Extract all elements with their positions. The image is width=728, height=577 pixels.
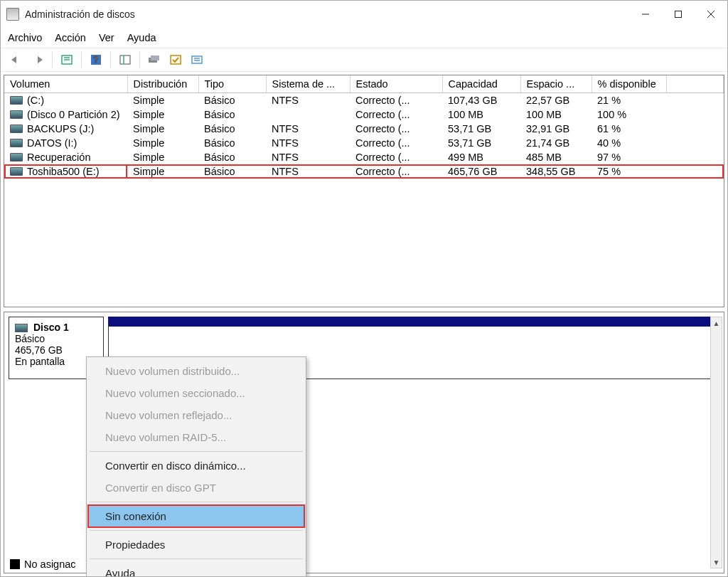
disk-context-menu: Nuevo volumen distribuido... Nuevo volum… [86,356,306,577]
maximize-button[interactable] [662,1,695,28]
window-title: Administración de discos [25,9,135,20]
cell-free: 485 MB [520,150,592,164]
cell-cap: 100 MB [442,107,520,122]
cell-name: Recuperación [4,150,127,164]
toolbar-separator [81,52,82,68]
col-volume[interactable]: Volumen [4,75,127,93]
volume-icon [10,96,23,105]
table-row[interactable]: BACKUPS (J:)SimpleBásicoNTFSCorrecto (..… [4,122,724,136]
app-icon [6,8,19,21]
table-row[interactable]: (Disco 0 Partición 2)SimpleBásicoCorrect… [4,107,724,122]
menu-bar: Archivo Acción Ver Ayuda [1,28,727,48]
cell-pct: 40 % [592,136,666,150]
cell-cap: 499 MB [442,150,520,164]
cm-separator [90,559,303,559]
volumes-table[interactable]: Volumen Distribución Tipo Sistema de ...… [4,75,724,179]
cm-new-striped[interactable]: Nuevo volumen seccionado... [88,382,304,404]
col-type[interactable]: Tipo [198,75,266,93]
cell-fs: NTFS [266,136,350,150]
volume-icon [10,153,23,162]
cell-type: Básico [198,122,266,136]
menu-file[interactable]: Archivo [8,32,42,43]
list-button[interactable] [144,51,164,69]
cell-fs: NTFS [266,150,350,164]
help-button[interactable]: ? [86,51,106,69]
cell-name: DATOS (I:) [4,136,127,150]
col-status[interactable]: Estado [350,75,442,93]
volume-icon [10,125,23,133]
minimize-button[interactable] [629,1,662,28]
cm-help[interactable]: Ayuda [88,562,304,577]
window-controls [629,1,727,28]
forward-button[interactable] [28,51,48,69]
cell-layout: Simple [127,136,198,150]
table-row[interactable]: Toshiba500 (E:)SimpleBásicoNTFSCorrecto … [4,164,724,179]
svg-rect-11 [192,56,202,63]
cell-type: Básico [198,164,266,179]
cell-fs: NTFS [266,93,350,108]
cell-name: (C:) [4,93,127,107]
close-button[interactable] [695,1,727,28]
cell-name: BACKUPS (J:) [4,122,127,136]
props-button[interactable] [187,51,207,69]
volumes-pane: Volumen Distribución Tipo Sistema de ...… [4,75,724,307]
cell-free: 100 MB [520,107,592,122]
table-row[interactable]: (C:)SimpleBásicoNTFSCorrecto (...107,43 … [4,93,724,108]
scroll-down-icon[interactable]: ▼ [711,556,722,568]
cell-pct: 21 % [592,93,666,108]
cell-cap: 53,71 GB [442,136,520,150]
cell-status: Correcto (... [350,107,442,122]
cm-separator [90,502,303,502]
menu-help[interactable]: Ayuda [127,32,156,43]
scroll-up-icon[interactable]: ▲ [711,317,722,329]
cell-pct: 100 % [592,107,666,122]
table-row[interactable]: RecuperaciónSimpleBásicoNTFSCorrecto (..… [4,150,724,164]
svg-rect-10 [171,55,181,64]
svg-rect-1 [675,11,682,18]
cm-new-raid5[interactable]: Nuevo volumen RAID-5... [88,426,304,448]
cell-cap: 465,76 GB [442,164,520,179]
settings-button[interactable] [115,51,135,69]
col-free[interactable]: Espacio ... [520,75,592,93]
cell-cap: 53,71 GB [442,122,520,136]
cell-status: Correcto (... [350,136,442,150]
col-filesystem[interactable]: Sistema de ... [266,75,350,93]
cm-separator [90,530,303,531]
toolbar-separator [139,52,140,68]
col-percent[interactable]: % disponible [592,75,666,93]
cell-fs: NTFS [266,122,350,136]
cell-name: (Disco 0 Partición 2) [4,107,127,122]
table-row[interactable]: DATOS (I:)SimpleBásicoNTFSCorrecto (...5… [4,136,724,150]
col-spacer [666,75,724,93]
col-layout[interactable]: Distribución [127,75,198,93]
cell-status: Correcto (... [350,122,442,136]
cm-convert-dynamic[interactable]: Convertir en disco dinámico... [88,455,304,477]
cm-new-spanned[interactable]: Nuevo volumen distribuido... [88,360,304,382]
check-button[interactable] [166,51,186,69]
volume-icon [10,167,23,176]
disk-type: Básico [15,333,97,344]
cell-free: 21,74 GB [520,136,592,150]
back-button[interactable] [6,51,26,69]
cell-type: Básico [198,93,266,108]
col-capacity[interactable]: Capacidad [442,75,520,93]
cm-properties[interactable]: Propiedades [88,534,304,556]
disk-size: 465,76 GB [15,344,97,356]
cell-pct: 75 % [592,164,666,179]
cm-convert-gpt[interactable]: Convertir en disco GPT [88,477,304,499]
vertical-scrollbar[interactable]: ▲ ▼ [710,317,722,568]
cell-layout: Simple [127,122,198,136]
menu-view[interactable]: Ver [99,32,114,43]
disk-status: En pantalla [15,356,97,367]
cell-free: 32,91 GB [520,122,592,136]
disk-name: Disco 1 [33,322,69,333]
menu-action[interactable]: Acción [55,32,86,43]
cm-offline[interactable]: Sin conexión [88,505,304,527]
disk-icon [15,324,28,332]
cm-new-mirrored[interactable]: Nuevo volumen reflejado... [88,404,304,426]
refresh-button[interactable] [57,51,77,69]
cell-layout: Simple [127,93,198,108]
legend-unallocated: No asignac [10,559,76,570]
legend-swatch-icon [10,559,20,569]
title-bar: Administración de discos [1,1,727,28]
